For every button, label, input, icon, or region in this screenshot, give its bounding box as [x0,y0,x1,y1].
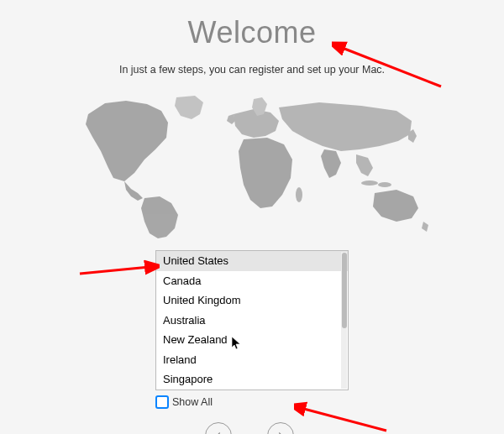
list-item[interactable]: Canada [156,271,348,291]
annotation-arrow-icon [76,259,160,284]
list-item[interactable]: United States [156,251,348,271]
page-title: Welcome [0,15,504,50]
country-list[interactable]: United States Canada United Kingdom Aust… [155,250,349,390]
forward-arrow-icon [267,422,294,435]
show-all-checkbox[interactable] [155,395,169,409]
list-item[interactable]: Ireland [156,350,348,370]
list-item[interactable]: New Zealand [156,330,348,350]
svg-line-6 [80,267,150,274]
scrollbar-track[interactable] [341,252,347,389]
world-map [67,91,437,242]
list-item[interactable]: Singapore [156,369,348,390]
show-all-label: Show All [172,396,213,408]
svg-point-1 [378,182,391,187]
continue-button[interactable]: Continue [262,422,299,435]
svg-point-2 [296,187,302,202]
back-button[interactable]: Back [205,422,232,435]
scrollbar-thumb[interactable] [342,253,347,328]
svg-point-0 [361,180,378,186]
page-subtitle: In just a few steps, you can register an… [0,64,504,76]
list-item[interactable]: Australia [156,311,348,331]
show-all-row: Show All [155,395,349,409]
back-arrow-icon [205,422,232,435]
list-item[interactable]: United Kingdom [156,290,348,311]
